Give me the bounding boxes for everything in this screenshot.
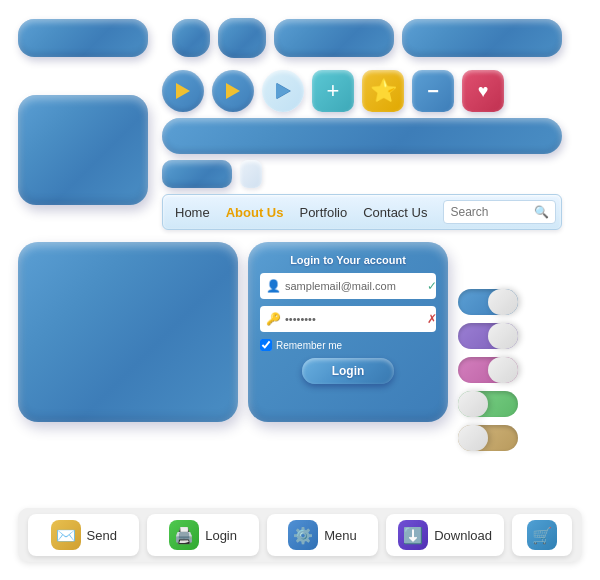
toggle-track-green bbox=[458, 391, 518, 417]
toggle-thumb-gold bbox=[458, 425, 488, 451]
nav-contact[interactable]: Contact Us bbox=[363, 205, 427, 220]
play-button-outline[interactable] bbox=[262, 70, 304, 112]
search-input[interactable] bbox=[450, 205, 530, 219]
star-button[interactable]: ⭐ bbox=[362, 70, 404, 112]
toggle-track-blue bbox=[458, 289, 518, 315]
search-box: 🔍 bbox=[443, 200, 556, 224]
big-square-block bbox=[18, 242, 238, 422]
login-panel: Login to Your account 👤 ✓ 🔑 ✗ Remember m… bbox=[248, 242, 448, 422]
menu-label: Menu bbox=[324, 528, 357, 543]
toggle-track-purple bbox=[458, 323, 518, 349]
nav-portfolio[interactable]: Portfolio bbox=[299, 205, 347, 220]
mail-icon: ✉️ bbox=[51, 520, 81, 550]
toggle-track-gold bbox=[458, 425, 518, 451]
remember-checkbox[interactable] bbox=[260, 339, 272, 351]
remember-row: Remember me bbox=[260, 339, 436, 351]
login-label: Login bbox=[205, 528, 237, 543]
play-button-yellow[interactable] bbox=[162, 70, 204, 112]
gear-icon: ⚙️ bbox=[288, 520, 318, 550]
nav-about[interactable]: About Us bbox=[226, 205, 284, 220]
toggle-pink[interactable] bbox=[458, 357, 518, 383]
xl-long-button[interactable] bbox=[402, 19, 562, 57]
print-icon: 🖨️ bbox=[169, 520, 199, 550]
email-icon: 👤 bbox=[266, 279, 281, 293]
long-button[interactable] bbox=[274, 19, 394, 57]
email-field-row: 👤 ✓ bbox=[260, 273, 436, 299]
heart-button[interactable]: ♥ bbox=[462, 70, 504, 112]
small-square-button-1[interactable] bbox=[172, 19, 210, 57]
login-toolbar-button[interactable]: 🖨️ Login bbox=[147, 514, 258, 556]
bar-element bbox=[162, 118, 562, 154]
toggles-column bbox=[458, 242, 518, 498]
nav-bar: Home About Us Portfolio Contact Us 🔍 bbox=[162, 194, 562, 230]
password-input[interactable] bbox=[285, 313, 423, 325]
large-block bbox=[18, 95, 148, 205]
top-buttons-row bbox=[18, 18, 582, 58]
toggle-thumb-pink bbox=[488, 357, 518, 383]
check-icon: ✓ bbox=[427, 279, 437, 293]
download-icon: ⬇️ bbox=[398, 520, 428, 550]
small-rect-button-1[interactable] bbox=[162, 160, 232, 188]
toggle-gold[interactable] bbox=[458, 425, 518, 451]
search-icon: 🔍 bbox=[534, 205, 549, 219]
bottom-toolbar: ✉️ Send 🖨️ Login ⚙️ Menu ⬇️ Download 🛒 bbox=[18, 508, 582, 562]
email-input[interactable] bbox=[285, 280, 423, 292]
send-label: Send bbox=[87, 528, 117, 543]
password-icon: 🔑 bbox=[266, 312, 281, 326]
nav-home[interactable]: Home bbox=[175, 205, 210, 220]
error-icon: ✗ bbox=[427, 312, 437, 326]
small-square-button-2[interactable] bbox=[218, 18, 266, 58]
send-toolbar-button[interactable]: ✉️ Send bbox=[28, 514, 139, 556]
menu-toolbar-button[interactable]: ⚙️ Menu bbox=[267, 514, 378, 556]
plus-button[interactable]: + bbox=[312, 70, 354, 112]
play-button-yellow-2[interactable] bbox=[212, 70, 254, 112]
toggle-thumb-blue bbox=[488, 289, 518, 315]
toggle-purple[interactable] bbox=[458, 323, 518, 349]
toggle-thumb-purple bbox=[488, 323, 518, 349]
toggle-green[interactable] bbox=[458, 391, 518, 417]
wide-button[interactable] bbox=[18, 19, 148, 57]
login-button[interactable]: Login bbox=[302, 358, 395, 384]
main-container: + ⭐ − ♥ bbox=[0, 0, 600, 580]
minus-button[interactable]: − bbox=[412, 70, 454, 112]
toggle-thumb-green bbox=[458, 391, 488, 417]
download-label: Download bbox=[434, 528, 492, 543]
login-title: Login to Your account bbox=[260, 254, 436, 266]
icon-row: + ⭐ − ♥ bbox=[18, 70, 582, 230]
password-field-row: 🔑 ✗ bbox=[260, 306, 436, 332]
toggle-track-pink bbox=[458, 357, 518, 383]
bottom-section: Login to Your account 👤 ✓ 🔑 ✗ Remember m… bbox=[18, 242, 582, 498]
cart-toolbar-button[interactable]: 🛒 bbox=[512, 514, 572, 556]
cart-icon: 🛒 bbox=[527, 520, 557, 550]
download-toolbar-button[interactable]: ⬇️ Download bbox=[386, 514, 504, 556]
remember-label: Remember me bbox=[276, 340, 342, 351]
toggle-blue[interactable] bbox=[458, 289, 518, 315]
